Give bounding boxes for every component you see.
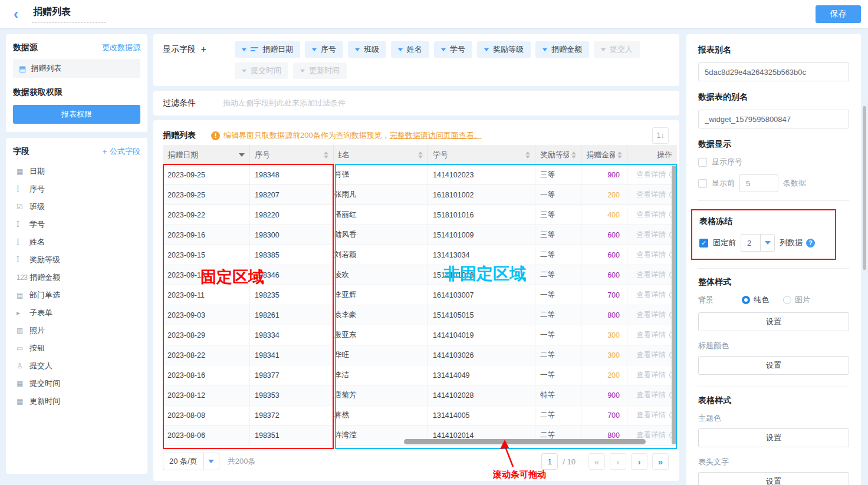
- field-item[interactable]: ▦更新时间: [13, 392, 140, 410]
- field-item[interactable]: ▧照片: [13, 322, 140, 339]
- field-chip[interactable]: 奖励等级: [477, 41, 531, 58]
- formula-field-link[interactable]: ＋公式字段: [101, 146, 140, 157]
- view-detail-link[interactable]: 查看详情: [636, 390, 666, 400]
- cell-serial: 198341: [250, 345, 334, 365]
- view-detail-link[interactable]: 查看详情: [636, 350, 666, 360]
- column-header-student_id[interactable]: 学号: [428, 145, 535, 165]
- radio-solid-color[interactable]: [742, 296, 750, 304]
- column-header-date[interactable]: 捐赠日期: [163, 145, 250, 165]
- show-first-checkbox[interactable]: [698, 179, 707, 188]
- field-item[interactable]: ▭按钮: [13, 339, 140, 357]
- help-icon[interactable]: ?: [806, 239, 815, 248]
- cell-action[interactable]: 查看详情: [627, 225, 677, 245]
- cell-action[interactable]: 查看详情: [627, 325, 677, 345]
- view-detail-link[interactable]: 查看详情: [636, 370, 666, 380]
- field-chip[interactable]: 学号: [434, 41, 472, 58]
- freeze-count-select[interactable]: 2: [741, 234, 775, 252]
- field-chip[interactable]: 序号: [305, 41, 343, 58]
- show-first-count-input[interactable]: 5: [739, 174, 778, 192]
- show-serial-checkbox[interactable]: [698, 158, 707, 167]
- report-alias-input[interactable]: [698, 62, 849, 81]
- page-number-input[interactable]: [541, 453, 558, 470]
- chevron-down-icon: [441, 48, 446, 51]
- field-chip[interactable]: 提交时间: [235, 62, 288, 79]
- column-header-grade[interactable]: 奖励等级: [535, 145, 581, 165]
- field-chip[interactable]: 捐赠金额: [535, 41, 589, 58]
- field-chip[interactable]: 姓名: [391, 41, 429, 58]
- sort-order-icon[interactable]: 1↓: [652, 127, 669, 144]
- warning-link[interactable]: 完整数据请访问页面查看。: [390, 130, 482, 141]
- view-detail-link[interactable]: 查看详情: [636, 270, 666, 280]
- cell-action[interactable]: 查看详情: [627, 305, 677, 325]
- display-fields-label: 显示字段＋: [163, 44, 208, 79]
- next-page-button[interactable]: ›: [631, 453, 647, 470]
- freeze-checkbox[interactable]: ✓: [699, 239, 708, 248]
- cell-action[interactable]: 查看详情: [627, 265, 677, 285]
- field-chip[interactable]: 班级: [348, 41, 386, 58]
- field-item[interactable]: I奖励等级: [13, 251, 140, 269]
- panel-scrollbar[interactable]: [863, 106, 866, 270]
- datasource-item[interactable]: ▤ 捐赠列表: [13, 59, 140, 78]
- field-item[interactable]: I序号: [13, 180, 140, 198]
- page-size-select[interactable]: 20 条/页: [163, 453, 219, 470]
- field-item[interactable]: I学号: [13, 216, 140, 233]
- view-detail-link[interactable]: 查看详情: [636, 230, 666, 240]
- cell-action[interactable]: 查看详情: [627, 205, 677, 225]
- view-detail-link[interactable]: 查看详情: [636, 290, 666, 300]
- column-header-amount[interactable]: 捐赠金额: [581, 145, 627, 165]
- title-color-set-button[interactable]: 设置: [698, 356, 849, 375]
- column-header-name[interactable]: 姓名: [334, 145, 428, 165]
- cell-action[interactable]: 查看详情: [627, 345, 677, 365]
- cell-action[interactable]: 查看详情: [627, 385, 677, 405]
- field-chip[interactable]: 捐赠日期: [235, 41, 300, 58]
- view-detail-link[interactable]: 查看详情: [636, 330, 666, 340]
- cell-serial: 198261: [250, 305, 334, 325]
- first-page-button[interactable]: «: [588, 453, 605, 470]
- cell-date: 2023-08-06: [163, 425, 250, 445]
- field-chip[interactable]: 提交人: [594, 41, 640, 58]
- cell-serial: 198353: [250, 385, 334, 405]
- field-item[interactable]: 123捐赠金额: [13, 269, 140, 286]
- report-permission-button[interactable]: 报表权限: [13, 105, 140, 124]
- back-icon[interactable]: ‹: [7, 7, 25, 21]
- table-alias-input[interactable]: [698, 110, 849, 128]
- change-datasource-link[interactable]: 更改数据源: [102, 42, 140, 53]
- filter-dropzone[interactable]: 拖动左侧字段到此处来添加过滤条件: [223, 98, 346, 108]
- view-detail-link[interactable]: 查看详情: [636, 190, 666, 200]
- cell-action[interactable]: 查看详情: [627, 285, 677, 305]
- column-header-serial[interactable]: 序号: [250, 145, 334, 165]
- prev-page-button[interactable]: ‹: [610, 453, 626, 470]
- view-detail-link[interactable]: 查看详情: [636, 310, 666, 320]
- cell-action[interactable]: 查看详情: [627, 185, 677, 204]
- table-body: 2023-09-25198348肖强1414102023三等900查看详情202…: [163, 165, 677, 446]
- cell-grade: 特等: [535, 385, 581, 405]
- cell-action[interactable]: 查看详情: [627, 405, 677, 425]
- field-item-label: 姓名: [29, 237, 45, 248]
- field-item[interactable]: ▦日期: [13, 163, 140, 180]
- table-horizontal-scrollbar[interactable]: [404, 439, 646, 444]
- background-set-button[interactable]: 设置: [698, 312, 849, 331]
- field-item[interactable]: ♙提交人: [13, 357, 140, 375]
- view-detail-link[interactable]: 查看详情: [636, 250, 666, 260]
- header-text-set-button[interactable]: 设置: [698, 472, 849, 485]
- theme-color-set-button[interactable]: 设置: [698, 428, 849, 447]
- field-item[interactable]: ▸子表单: [13, 304, 140, 322]
- cell-action[interactable]: 查看详情: [627, 245, 677, 265]
- table-vertical-scrollbar[interactable]: [672, 166, 676, 444]
- cell-action[interactable]: 查看详情: [627, 165, 677, 184]
- last-page-button[interactable]: »: [652, 453, 669, 470]
- cell-action[interactable]: 查看详情: [627, 365, 677, 385]
- field-chip[interactable]: 更新时间: [293, 62, 347, 79]
- view-detail-link[interactable]: 查看详情: [636, 410, 666, 420]
- cell-name: 李亚辉: [334, 285, 428, 305]
- field-item[interactable]: ☑班级: [13, 198, 140, 216]
- field-item[interactable]: ▤部门单选: [13, 286, 140, 304]
- page-nav: «‹›»: [588, 453, 669, 470]
- add-field-icon[interactable]: ＋: [199, 44, 208, 54]
- view-detail-link[interactable]: 查看详情: [636, 170, 666, 180]
- save-button[interactable]: 保存: [816, 5, 861, 23]
- view-detail-link[interactable]: 查看详情: [636, 210, 666, 220]
- radio-image[interactable]: [783, 296, 791, 304]
- field-item[interactable]: I姓名: [13, 233, 140, 251]
- field-item[interactable]: ▦提交时间: [13, 375, 140, 392]
